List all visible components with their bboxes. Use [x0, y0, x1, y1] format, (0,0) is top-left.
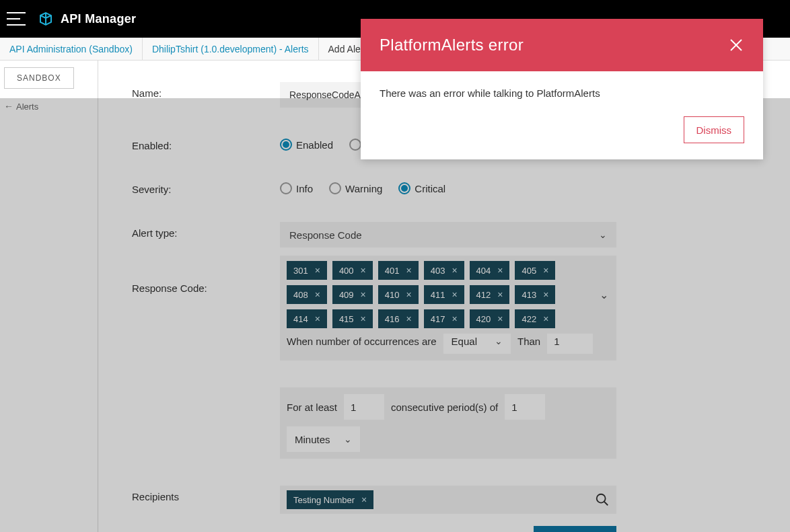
remove-tag-icon[interactable]: ×: [497, 289, 503, 300]
remove-tag-icon[interactable]: ×: [361, 494, 367, 505]
radio-label: Info: [296, 183, 313, 194]
response-code-tag: 405×: [515, 261, 555, 280]
response-code-tag: 400×: [332, 261, 373, 280]
response-code-multiselect[interactable]: ⌄ 301×400×401×403×404×405×408×409×410×41…: [280, 256, 616, 334]
tag-label: 403: [431, 266, 445, 276]
radio-enabled[interactable]: Enabled: [280, 139, 333, 151]
back-to-alerts[interactable]: ← Alerts: [4, 101, 94, 112]
response-code-tag: 422×: [515, 309, 555, 328]
breadcrumb-item[interactable]: DhilipTshirt (1.0.development) - Alerts: [143, 38, 319, 60]
radio-icon: [329, 182, 341, 194]
severity-radio-group: Info Warning Critical: [280, 178, 763, 194]
tag-label: 417: [431, 314, 445, 324]
tag-label: 420: [476, 314, 491, 324]
remove-tag-icon[interactable]: ×: [361, 289, 366, 300]
remove-tag-icon[interactable]: ×: [406, 289, 411, 300]
radio-label: Enabled: [296, 139, 333, 151]
radio-icon: [280, 139, 292, 151]
response-code-tag: 417×: [424, 309, 464, 328]
response-code-tag: 409×: [332, 285, 373, 304]
chevron-down-icon: ⌄: [344, 434, 352, 445]
response-code-tag: 413×: [515, 285, 555, 304]
recipients-input[interactable]: Testing Number ×: [280, 486, 616, 514]
period-middle: consecutive period(s) of: [391, 402, 498, 413]
radio-icon: [349, 139, 361, 151]
remove-tag-icon[interactable]: ×: [452, 313, 457, 324]
period-row: For at least 1 consecutive period(s) of …: [280, 387, 616, 459]
remove-tag-icon[interactable]: ×: [452, 265, 457, 276]
remove-tag-icon[interactable]: ×: [315, 265, 320, 276]
remove-tag-icon[interactable]: ×: [406, 313, 411, 324]
select-value: Minutes: [295, 434, 330, 445]
than-label: Than: [517, 336, 540, 347]
menu-icon[interactable]: [7, 12, 26, 26]
tag-label: 400: [339, 266, 354, 276]
dialog-header: PlatformAlerts error: [361, 19, 763, 71]
tag-label: 409: [339, 290, 354, 300]
create-alert-button[interactable]: Create Alert: [534, 526, 616, 532]
tag-label: 401: [385, 266, 400, 276]
dialog-title: PlatformAlerts error: [380, 36, 524, 54]
tag-label: 408: [293, 290, 308, 300]
period-unit-select[interactable]: Minutes ⌄: [287, 426, 360, 452]
alert-type-label: Alert type:: [132, 222, 280, 239]
chevron-down-icon: ⌄: [599, 229, 607, 240]
remove-tag-icon[interactable]: ×: [406, 265, 411, 276]
svg-line-1: [604, 502, 608, 506]
app-title: API Manager: [61, 12, 136, 26]
remove-tag-icon[interactable]: ×: [315, 289, 320, 300]
tag-label: Testing Number: [293, 495, 355, 505]
period-spacer: [132, 387, 280, 393]
response-code-tag: 415×: [332, 309, 373, 328]
response-code-label: Response Code:: [132, 256, 280, 294]
response-code-tag: 412×: [470, 285, 510, 304]
remove-tag-icon[interactable]: ×: [361, 313, 366, 324]
radio-critical[interactable]: Critical: [398, 182, 445, 194]
period-prefix: For at least: [287, 402, 337, 413]
tag-label: 414: [293, 314, 308, 324]
dismiss-button[interactable]: Dismiss: [684, 116, 745, 143]
response-code-tag: 420×: [470, 309, 510, 328]
environment-badge: SANDBOX: [4, 67, 74, 89]
select-value: Response Code: [289, 229, 362, 241]
svg-point-0: [597, 494, 606, 503]
response-code-tag: 401×: [378, 261, 419, 280]
remove-tag-icon[interactable]: ×: [543, 313, 548, 324]
response-code-tag: 411×: [424, 285, 464, 304]
error-dialog: PlatformAlerts error There was an error …: [361, 19, 763, 159]
radio-info[interactable]: Info: [280, 182, 313, 194]
period-value-input[interactable]: 1: [505, 394, 545, 420]
response-code-tag: 403×: [424, 261, 464, 280]
severity-label: Severity:: [132, 178, 280, 195]
radio-warning[interactable]: Warning: [329, 182, 382, 194]
tag-label: 422: [522, 314, 536, 324]
remove-tag-icon[interactable]: ×: [452, 289, 457, 300]
logo-icon: [38, 11, 54, 27]
tag-label: 412: [476, 290, 491, 300]
tag-label: 416: [385, 314, 400, 324]
recipient-tag: Testing Number ×: [287, 490, 373, 509]
enabled-label: Enabled:: [132, 135, 280, 151]
remove-tag-icon[interactable]: ×: [497, 265, 503, 276]
tag-label: 405: [522, 266, 536, 276]
name-label: Name:: [132, 82, 280, 99]
remove-tag-icon[interactable]: ×: [315, 313, 320, 324]
remove-tag-icon[interactable]: ×: [497, 313, 503, 324]
chevron-down-icon[interactable]: ⌄: [600, 289, 608, 301]
breadcrumb-item[interactable]: API Administration (Sandbox): [0, 38, 143, 60]
sidebar: SANDBOX ← Alerts: [0, 61, 98, 532]
radio-label: Warning: [345, 183, 382, 194]
tag-label: 411: [431, 290, 445, 300]
alert-type-select[interactable]: Response Code ⌄: [280, 222, 616, 248]
period-count-input[interactable]: 1: [344, 394, 384, 420]
remove-tag-icon[interactable]: ×: [543, 265, 548, 276]
radio-icon: [280, 182, 292, 194]
recipients-label: Recipients: [132, 486, 280, 502]
response-code-tag: 408×: [287, 285, 327, 304]
search-icon[interactable]: [595, 492, 610, 507]
remove-tag-icon[interactable]: ×: [543, 289, 548, 300]
response-code-tag: 414×: [287, 309, 327, 328]
remove-tag-icon[interactable]: ×: [361, 265, 366, 276]
close-icon[interactable]: [728, 37, 744, 53]
tag-label: 410: [385, 290, 400, 300]
